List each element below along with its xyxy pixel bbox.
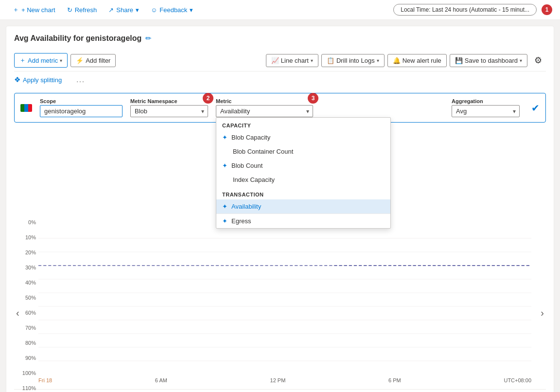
chart-nav-right[interactable]: › bbox=[539, 305, 546, 321]
add-filter-button[interactable]: ⚡ Add filter bbox=[70, 54, 116, 67]
settings-button[interactable]: ⚙ bbox=[530, 53, 546, 68]
dropdown-item-blob-capacity[interactable]: ✦ Blob Capacity bbox=[216, 130, 390, 144]
drill-icon: 📋 bbox=[327, 57, 334, 64]
line-chart-caret: ▾ bbox=[311, 58, 313, 63]
secondary-toolbar: ❖ Apply splitting ... bbox=[14, 71, 546, 86]
namespace-select-wrapper: Blob bbox=[130, 105, 208, 117]
line-chart-icon: 📈 bbox=[271, 57, 279, 64]
share-icon: ↗ bbox=[108, 6, 114, 14]
time-range-label: Local Time: Last 24 hours (Automatic - 1… bbox=[401, 6, 529, 13]
metric-select-wrapper: Availability bbox=[216, 105, 313, 117]
y-label-10: 10% bbox=[25, 235, 36, 240]
refresh-button[interactable]: ↻ Refresh bbox=[62, 4, 102, 16]
scope-input[interactable] bbox=[40, 105, 122, 117]
metric-select[interactable]: Availability bbox=[216, 105, 313, 117]
share-caret: ▾ bbox=[136, 6, 139, 14]
metric-label: Metric bbox=[216, 98, 313, 104]
new-alert-label: New alert rule bbox=[402, 57, 441, 64]
chart-title: Avg Availability for genistoragelog bbox=[14, 34, 141, 43]
y-label-60: 60% bbox=[25, 310, 36, 316]
apply-splitting-label: Apply splitting bbox=[23, 76, 62, 84]
apply-splitting-button[interactable]: ❖ Apply splitting bbox=[14, 75, 62, 84]
add-metric-caret: ▾ bbox=[60, 58, 62, 63]
dropdown-item-index-capacity[interactable]: Index Capacity bbox=[216, 173, 390, 187]
line-chart-button[interactable]: 📈 Line chart ▾ bbox=[266, 54, 318, 67]
dropdown-item-blob-container[interactable]: Blob Container Count bbox=[216, 144, 390, 159]
edit-icon[interactable]: ✏ bbox=[145, 34, 152, 43]
capacity-header: CAPACITY bbox=[216, 118, 390, 130]
y-label-100: 100% bbox=[22, 371, 36, 376]
x-label-6pm: 6 PM bbox=[388, 377, 401, 383]
aggregation-select[interactable]: Avg bbox=[452, 105, 520, 117]
x-label-fri: Fri 18 bbox=[38, 377, 52, 383]
metric-badge: 3 bbox=[308, 93, 318, 104]
time-range-selector[interactable]: Local Time: Last 24 hours (Automatic - 1… bbox=[393, 4, 537, 16]
dots-icon-2: ✦ bbox=[222, 162, 228, 169]
checkmark-icon: ✔ bbox=[531, 102, 540, 114]
dots-icon-3: ✦ bbox=[222, 203, 228, 210]
add-filter-label: Add filter bbox=[86, 57, 110, 64]
feedback-icon: ☺ bbox=[151, 6, 157, 14]
namespace-field-group: Metric Namespace Blob 2 bbox=[130, 98, 208, 117]
plus-icon: ＋ bbox=[19, 56, 26, 65]
share-button[interactable]: ↗ Share ▾ bbox=[104, 4, 144, 16]
line-chart-label: Line chart bbox=[281, 57, 309, 64]
plus-icon: ＋ bbox=[13, 5, 19, 14]
feedback-button[interactable]: ☺ Feedback ▾ bbox=[146, 4, 198, 16]
new-alert-button[interactable]: 🔔 New alert rule bbox=[387, 54, 447, 67]
y-label-20: 20% bbox=[25, 250, 36, 255]
save-dashboard-button[interactable]: 💾 Save to dashboard ▾ bbox=[450, 54, 527, 67]
chart-title-row: Avg Availability for genistoragelog ✏ bbox=[14, 34, 546, 43]
dots-icon-4: ✦ bbox=[222, 217, 228, 225]
x-label-utc: UTC+08:00 bbox=[504, 377, 531, 383]
save-dashboard-caret: ▾ bbox=[520, 58, 522, 63]
aggregation-label: Aggregation bbox=[452, 98, 520, 104]
share-label: Share bbox=[116, 6, 133, 14]
alert-icon: 🔔 bbox=[393, 57, 401, 64]
dropdown-item-blob-count[interactable]: ✦ Blob Count bbox=[216, 159, 390, 173]
x-label-6am: 6 AM bbox=[155, 377, 167, 383]
chart-area: 110% 100% 90% 80% 70% 60% 50% 40% 30% 20… bbox=[14, 220, 546, 392]
refresh-icon: ↻ bbox=[67, 6, 72, 14]
split-icon: ❖ bbox=[14, 75, 20, 84]
save-icon: 💾 bbox=[455, 57, 463, 64]
y-label-110: 110% bbox=[22, 386, 36, 391]
metric-field-group: Metric Availability 3 CAPACITY ✦ Blob Ca… bbox=[216, 98, 313, 117]
scope-field-group: Scope bbox=[40, 98, 122, 117]
dropdown-item-availability[interactable]: ✦ Availability bbox=[216, 199, 390, 214]
y-label-80: 80% bbox=[25, 340, 36, 346]
add-metric-label: Add metric bbox=[28, 57, 58, 64]
dropdown-item-egress[interactable]: ✦ Egress bbox=[216, 214, 390, 228]
aggregation-field-group: Aggregation Avg bbox=[452, 98, 520, 117]
new-chart-label: + New chart bbox=[21, 6, 55, 14]
drill-logs-caret: ▾ bbox=[377, 58, 379, 63]
y-label-90: 90% bbox=[25, 356, 36, 361]
notification-badge[interactable]: 1 bbox=[542, 4, 552, 15]
transaction-header: TRANSACTION bbox=[216, 187, 390, 199]
namespace-select[interactable]: Blob bbox=[130, 105, 208, 117]
y-label-70: 70% bbox=[25, 325, 36, 331]
scope-label: Scope bbox=[40, 98, 122, 104]
aggregation-select-wrapper: Avg bbox=[452, 105, 520, 117]
chart-svg bbox=[38, 225, 531, 375]
filter-icon: ⚡ bbox=[76, 57, 84, 64]
save-dashboard-label: Save to dashboard bbox=[465, 57, 518, 64]
metric-dropdown: CAPACITY ✦ Blob Capacity Blob Container … bbox=[216, 117, 391, 229]
chart-plot bbox=[38, 225, 531, 375]
feedback-caret: ▾ bbox=[190, 6, 193, 14]
scope-icon bbox=[20, 104, 32, 112]
legend-row: Availability (Avg), genistoragelog | 100… bbox=[14, 389, 546, 392]
gear-icon: ⚙ bbox=[534, 55, 542, 66]
more-options-button[interactable]: ... bbox=[76, 76, 85, 84]
chart-nav-left[interactable]: ‹ bbox=[14, 305, 21, 321]
y-label-40: 40% bbox=[25, 280, 36, 285]
dropdown-scroll[interactable]: CAPACITY ✦ Blob Capacity Blob Container … bbox=[216, 118, 390, 228]
metric-config-row: Scope Metric Namespace Blob 2 Metric Ava… bbox=[14, 93, 546, 123]
drill-logs-label: Drill into Logs bbox=[336, 57, 375, 64]
new-chart-button[interactable]: ＋ + New chart bbox=[8, 3, 60, 17]
x-label-12pm: 12 PM bbox=[270, 377, 286, 383]
feedback-label: Feedback bbox=[159, 6, 187, 14]
drill-logs-button[interactable]: 📋 Drill into Logs ▾ bbox=[321, 54, 385, 67]
y-label-30: 30% bbox=[25, 265, 36, 270]
add-metric-button[interactable]: ＋ Add metric ▾ bbox=[14, 53, 68, 68]
